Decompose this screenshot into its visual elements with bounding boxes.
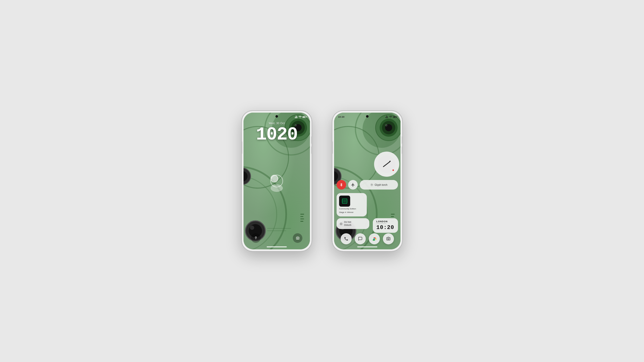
flashlight-icon — [254, 236, 258, 240]
phone-screen: Wed, 30 Oct 1020 — [244, 113, 310, 249]
phone-homescreen: 10:20 — [332, 111, 403, 251]
fingerprint-circle[interactable] — [270, 175, 283, 187]
svg-marker-48 — [386, 116, 387, 118]
status-bar: 10:20 — [334, 113, 400, 120]
svg-point-37 — [385, 124, 387, 126]
quick-settings-row: Glyph torch — [337, 180, 398, 190]
status-time: 10:20 — [338, 116, 345, 118]
volume-down-button[interactable] — [402, 146, 403, 154]
dnd-label2: Disturb — [344, 224, 351, 227]
community-widget[interactable]: Community Edition Stage 4: Winner — [337, 193, 367, 216]
status-icons — [385, 116, 396, 118]
message-icon — [358, 237, 363, 241]
camera-shortcut-button[interactable] — [293, 233, 302, 243]
airplane-mode-button[interactable] — [348, 180, 358, 190]
community-widget-container: Community Edition Stage 4: Winner — [337, 193, 367, 216]
camera-icon — [386, 237, 391, 241]
wifi-icon — [299, 116, 302, 118]
battery-icon — [302, 116, 306, 118]
volume-down-button[interactable] — [311, 146, 312, 154]
power-button[interactable] — [332, 141, 333, 154]
status-bar — [244, 113, 310, 120]
dnd-widget[interactable]: ⊖ Do Not Disturb — [337, 218, 369, 229]
camera-app-button[interactable] — [383, 233, 394, 244]
wifi-icon — [389, 116, 392, 118]
community-badge — [339, 196, 350, 207]
power-button[interactable] — [242, 141, 242, 154]
airplane-icon — [351, 183, 355, 187]
svg-marker-50 — [386, 117, 386, 118]
lockscreen-clock: 1020 — [244, 126, 310, 144]
glyph-torch-label: Glyph torch — [375, 184, 387, 186]
app-dock — [334, 233, 400, 244]
community-title: Community Edition — [339, 208, 364, 210]
dnd-label1: Do Not — [344, 221, 351, 224]
phone-lockscreen: Wed, 30 Oct 1020 — [242, 111, 312, 251]
lockscreen-bottom-bar — [244, 227, 310, 249]
flashlight-button[interactable] — [251, 233, 261, 243]
svg-point-53 — [371, 185, 372, 185]
clock-widget[interactable]: LONDON 10:20 — [373, 218, 398, 233]
svg-marker-26 — [297, 116, 297, 118]
signal-icon — [294, 116, 298, 118]
community-subtitle: Stage 4: Winner — [339, 211, 364, 214]
messages-app-button[interactable] — [355, 233, 366, 244]
phone-app-button[interactable] — [341, 233, 352, 244]
signal-icon — [385, 116, 388, 118]
dial-screwdriver-icon — [380, 158, 393, 170]
volume-up-button[interactable] — [402, 136, 403, 144]
phone-icon — [344, 237, 348, 241]
home-indicator — [357, 246, 377, 247]
svg-rect-56 — [343, 200, 346, 203]
battery-icon — [393, 116, 396, 118]
dnd-icon: ⊖ — [340, 222, 343, 226]
torch-icon — [370, 183, 373, 186]
svg-line-51 — [383, 162, 390, 167]
clock-city: LONDON — [376, 220, 394, 223]
chrome-icon — [372, 237, 377, 241]
dial-red-dot — [392, 169, 394, 171]
camera-icon — [296, 236, 300, 240]
phone-screen: 10:20 — [334, 113, 400, 249]
chrome-app-button[interactable] — [369, 233, 380, 244]
glyph-torch-button[interactable]: Glyph torch — [360, 180, 398, 190]
community-badge-icon — [341, 197, 348, 205]
dial-inner — [378, 155, 395, 173]
svg-marker-27 — [295, 117, 296, 118]
clock-time: 10:20 — [376, 224, 394, 231]
spacer — [272, 233, 281, 243]
clock-widget-container: LONDON 10:20 — [373, 218, 398, 233]
svg-marker-25 — [296, 116, 296, 118]
bluetooth-button[interactable] — [337, 180, 346, 190]
status-icons — [294, 116, 306, 118]
volume-up-button[interactable] — [311, 136, 312, 144]
dnd-text-block: Do Not Disturb — [344, 221, 351, 227]
bluetooth-icon — [339, 183, 343, 187]
svg-marker-49 — [387, 116, 388, 118]
dnd-widget-container: ⊖ Do Not Disturb — [337, 218, 369, 229]
clock-divider — [376, 223, 386, 224]
dial-widget[interactable] — [374, 152, 399, 177]
